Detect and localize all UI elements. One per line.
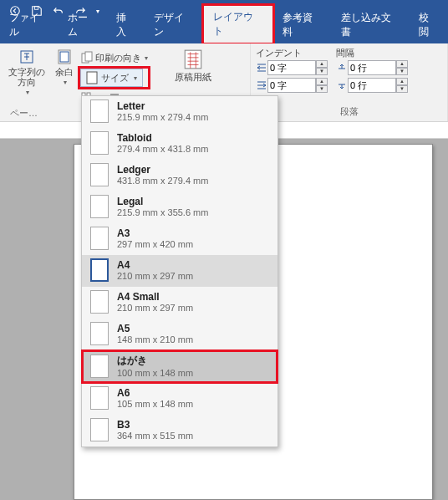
spacing-after-spinner[interactable]: ▲▼: [336, 77, 408, 94]
size-option-dims: 215.9 mm x 279.4 mm: [117, 112, 208, 122]
size-option[interactable]: A4 210 mm x 297 mm: [82, 255, 277, 287]
spacing-before-spinner[interactable]: ▲▼: [336, 59, 408, 76]
indent-heading: インデント: [256, 47, 328, 59]
tab-file[interactable]: ファイル: [0, 7, 59, 43]
orientation-button[interactable]: 印刷の向き ▾: [80, 48, 148, 67]
text-direction-button[interactable]: 文字列の 方向 ▾: [5, 47, 48, 107]
page-thumb-icon: [90, 322, 109, 345]
size-option-name: A6: [117, 387, 193, 399]
size-option-name: Letter: [117, 100, 208, 112]
size-option[interactable]: A4 Small 210 mm x 297 mm: [82, 287, 277, 319]
size-option-dims: 297 mm x 420 mm: [117, 239, 193, 249]
page-thumb-icon: [90, 227, 109, 250]
size-option-name: A5: [117, 323, 193, 334]
page-thumb-icon: [90, 99, 109, 123]
size-option-dims: 215.9 mm x 355.6 mm: [117, 207, 208, 217]
chevron-down-icon: ▾: [134, 74, 137, 82]
page-thumb-icon: [90, 131, 109, 155]
size-option-name: A4 Small: [117, 291, 193, 303]
page-thumb-icon: [90, 386, 109, 410]
group-paragraph-label: 段落: [256, 105, 442, 120]
size-option-dims: 210 mm x 297 mm: [117, 303, 193, 313]
spacing-before-input[interactable]: [348, 60, 396, 75]
size-option[interactable]: はがき 100 mm x 148 mm: [82, 350, 277, 383]
size-option[interactable]: B3 364 mm x 515 mm: [82, 415, 277, 446]
chevron-down-icon: ▾: [26, 89, 29, 96]
tab-home[interactable]: ホーム: [59, 7, 107, 43]
size-option-name: はがき: [117, 354, 193, 368]
page-thumb-icon: [90, 355, 109, 378]
page-thumb-icon: [90, 163, 109, 186]
size-option-name: Tabloid: [117, 132, 208, 144]
tab-layout[interactable]: レイアウト: [203, 5, 273, 43]
size-option-name: A3: [117, 227, 193, 239]
size-option[interactable]: A5 148 mm x 210 mm: [82, 319, 277, 350]
indent-left-input[interactable]: [267, 60, 316, 75]
indent-right-input[interactable]: [267, 78, 316, 93]
tab-insert[interactable]: 挿入: [107, 7, 145, 43]
chevron-down-icon: ▾: [145, 54, 148, 62]
size-option[interactable]: Legal 215.9 mm x 355.6 mm: [82, 191, 277, 223]
size-option-name: Ledger: [117, 164, 208, 176]
spacing-after-input[interactable]: [348, 78, 396, 93]
tab-review[interactable]: 校閲: [410, 7, 448, 43]
size-option-dims: 105 mm x 148 mm: [117, 399, 193, 409]
size-option[interactable]: Tabloid 279.4 mm x 431.8 mm: [82, 128, 277, 160]
size-option-dims: 279.4 mm x 431.8 mm: [117, 144, 208, 154]
page-thumb-icon: [90, 258, 109, 282]
ribbon-tabs: ファイル ホーム 挿入 デザイン レイアウト 参考資料 差し込み文書 校閲: [0, 22, 448, 43]
chevron-down-icon: ▾: [64, 79, 67, 86]
indent-left-spinner[interactable]: ▲▼: [256, 59, 328, 76]
tab-design[interactable]: デザイン: [145, 7, 203, 43]
spacing-heading: 間隔: [336, 47, 408, 59]
indent-right-spinner[interactable]: ▲▼: [256, 77, 328, 94]
size-option-dims: 100 mm x 148 mm: [117, 368, 193, 378]
size-option-name: B3: [117, 419, 193, 431]
page-thumb-icon: [90, 418, 109, 441]
size-option[interactable]: A6 105 mm x 148 mm: [82, 383, 277, 415]
svg-rect-7: [87, 72, 97, 84]
size-option-dims: 148 mm x 210 mm: [117, 334, 193, 344]
page-thumb-icon: [90, 290, 109, 314]
size-button[interactable]: サイズ ▾: [80, 69, 143, 87]
svg-rect-6: [85, 52, 92, 61]
tab-references[interactable]: 参考資料: [273, 7, 332, 43]
size-option[interactable]: Ledger 431.8 mm x 279.4 mm: [82, 160, 277, 191]
size-dropdown-menu: Letter 215.9 mm x 279.4 mm Tabloid 279.4…: [81, 95, 278, 447]
size-option-dims: 210 mm x 297 mm: [117, 271, 193, 281]
size-option[interactable]: Letter 215.9 mm x 279.4 mm: [82, 96, 277, 128]
size-option-name: Legal: [117, 196, 208, 207]
page-thumb-icon: [90, 195, 109, 218]
size-option-name: A4: [117, 259, 193, 271]
size-option[interactable]: A3 297 mm x 420 mm: [82, 223, 277, 255]
margins-button[interactable]: 余白 ▾: [52, 47, 77, 107]
size-option-dims: 431.8 mm x 279.4 mm: [117, 176, 208, 186]
size-option-dims: 364 mm x 515 mm: [117, 431, 193, 441]
svg-rect-10: [185, 50, 201, 69]
tab-mailings[interactable]: 差し込み文書: [332, 7, 410, 43]
